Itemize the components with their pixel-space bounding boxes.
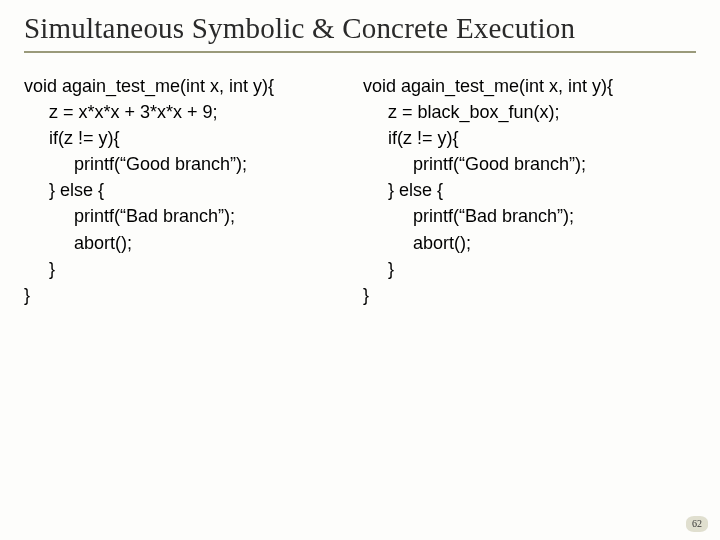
slide-title: Simultaneous Symbolic & Concrete Executi… bbox=[24, 12, 696, 53]
code-columns: void again_test_me(int x, int y){ z = x*… bbox=[24, 73, 696, 308]
code-line: if(z != y){ bbox=[363, 128, 459, 148]
code-line: } else { bbox=[363, 180, 443, 200]
code-line: } bbox=[24, 259, 55, 279]
code-line: printf(“Bad branch”); bbox=[24, 206, 235, 226]
code-line: abort(); bbox=[363, 233, 471, 253]
code-line: printf(“Bad branch”); bbox=[363, 206, 574, 226]
slide: Simultaneous Symbolic & Concrete Executi… bbox=[0, 0, 720, 540]
code-line: z = black_box_fun(x); bbox=[363, 102, 560, 122]
code-line: abort(); bbox=[24, 233, 132, 253]
code-line: if(z != y){ bbox=[24, 128, 120, 148]
code-right: void again_test_me(int x, int y){ z = bl… bbox=[363, 73, 696, 308]
code-line: printf(“Good branch”); bbox=[24, 154, 247, 174]
code-line: } else { bbox=[24, 180, 104, 200]
code-line: void again_test_me(int x, int y){ bbox=[363, 76, 613, 96]
page-number: 62 bbox=[686, 516, 708, 532]
code-line: } bbox=[363, 259, 394, 279]
code-line: printf(“Good branch”); bbox=[363, 154, 586, 174]
code-line: } bbox=[363, 285, 369, 305]
code-line: void again_test_me(int x, int y){ bbox=[24, 76, 274, 96]
code-line: z = x*x*x + 3*x*x + 9; bbox=[24, 102, 218, 122]
code-line: } bbox=[24, 285, 30, 305]
code-left: void again_test_me(int x, int y){ z = x*… bbox=[24, 73, 357, 308]
